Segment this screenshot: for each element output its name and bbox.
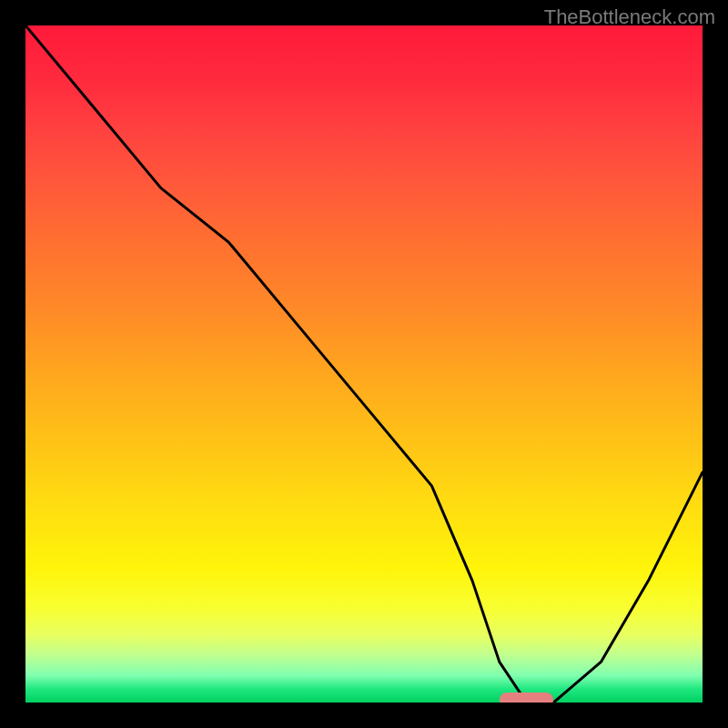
- bottleneck-curve: [25, 25, 703, 703]
- watermark-text: TheBottleneck.com: [544, 5, 715, 29]
- plot-area: [25, 25, 703, 703]
- optimal-marker: [500, 693, 554, 703]
- curve-path: [25, 25, 703, 703]
